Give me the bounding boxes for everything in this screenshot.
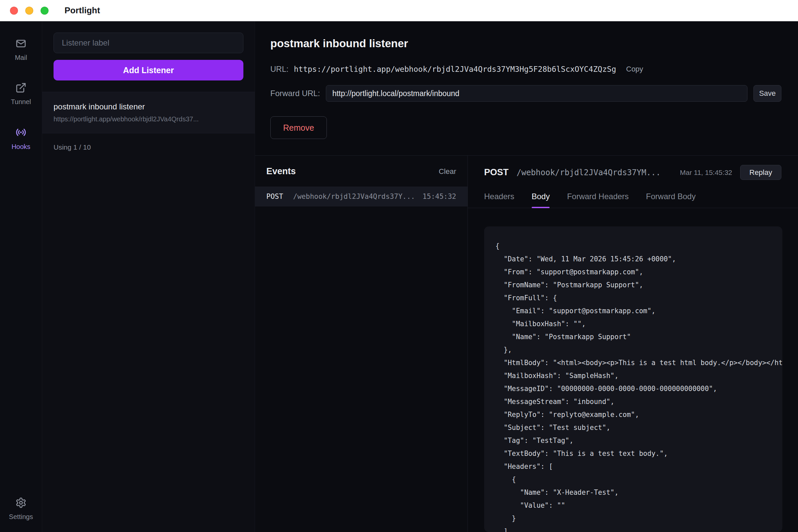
nav-item-hooks[interactable]: Hooks — [12, 126, 31, 151]
event-detail-header: POST /webhook/rbjdl2JVa4Qrds37YM... Mar … — [468, 156, 798, 180]
event-detail-method: POST — [484, 167, 509, 177]
tab-body[interactable]: Body — [532, 192, 550, 208]
event-time: 15:45:32 — [423, 192, 456, 201]
traffic-lights — [10, 7, 49, 15]
forward-url-input[interactable] — [326, 85, 747, 102]
listener-list-item[interactable]: postmark inbound listener https://portli… — [42, 92, 255, 133]
listener-detail: postmark inbound listener URL: https://p… — [255, 21, 798, 155]
main-panel: postmark inbound listener URL: https://p… — [255, 21, 798, 532]
nav-label-tunnel: Tunnel — [11, 98, 31, 106]
mail-icon — [15, 38, 26, 51]
listeners-sidebar: Add Listener postmark inbound listener h… — [42, 21, 255, 532]
replay-button[interactable]: Replay — [740, 165, 781, 180]
event-detail-path: /webhook/rbjdl2JVa4Qrds37YM... — [517, 168, 672, 177]
nav-label-mail: Mail — [15, 54, 27, 61]
hooks-icon — [15, 126, 27, 140]
listener-name: postmark inbound listener — [54, 102, 243, 111]
nav-item-tunnel[interactable]: Tunnel — [11, 82, 31, 106]
minimize-window-button[interactable] — [25, 7, 33, 15]
body-json-card: { "Date": "Wed, 11 Mar 2026 15:45:26 +00… — [484, 226, 782, 532]
listener-detail-title: postmark inbound listener — [270, 37, 798, 50]
event-method: POST — [266, 192, 283, 201]
event-path: /webhook/rbjdl2JVa4Qrds37Y... — [293, 192, 416, 201]
nav-label-settings: Settings — [9, 513, 33, 521]
listener-label-input[interactable] — [54, 33, 243, 53]
add-listener-button[interactable]: Add Listener — [54, 60, 243, 80]
app-title: Portlight — [64, 5, 100, 16]
tab-forward-body[interactable]: Forward Body — [646, 192, 696, 208]
save-button[interactable]: Save — [754, 85, 781, 102]
copy-url-button[interactable]: Copy — [626, 65, 643, 74]
event-detail-timestamp: Mar 11, 15:45:32 — [680, 169, 732, 176]
nav-label-hooks: Hooks — [12, 143, 31, 151]
remove-listener-button[interactable]: Remove — [270, 116, 327, 139]
nav-item-mail[interactable]: Mail — [15, 38, 27, 61]
webhook-url-row: URL: https://portlight.app/webhook/rbjdl… — [270, 64, 798, 74]
forward-url-label: Forward URL: — [270, 89, 320, 98]
events-title: Events — [266, 166, 296, 176]
event-detail-panel: POST /webhook/rbjdl2JVa4Qrds37YM... Mar … — [468, 156, 798, 532]
bottom-split: Events Clear POST /webhook/rbjdl2JVa4Qrd… — [255, 155, 798, 532]
zoom-window-button[interactable] — [41, 7, 49, 15]
listener-url: https://portlight.app/webhook/rbjdl2JVa4… — [54, 115, 243, 123]
tab-headers[interactable]: Headers — [484, 192, 514, 208]
nav-item-settings[interactable]: Settings — [9, 497, 33, 521]
webhook-url: https://portlight.app/webhook/rbjdl2JVa4… — [294, 65, 616, 74]
nav-rail: Mail Tunnel Hooks Settings — [0, 21, 42, 532]
body-json-content: { "Date": "Wed, 11 Mar 2026 15:45:26 +00… — [495, 240, 771, 532]
gear-icon — [15, 497, 26, 510]
tunnel-icon — [15, 82, 26, 95]
title-bar: Portlight — [0, 0, 798, 21]
event-row[interactable]: POST /webhook/rbjdl2JVa4Qrds37Y... 15:45… — [255, 187, 468, 207]
tab-forward-headers[interactable]: Forward Headers — [567, 192, 628, 208]
close-window-button[interactable] — [10, 7, 18, 15]
events-header: Events Clear — [255, 156, 468, 187]
app-body: Mail Tunnel Hooks Settings Add Listener — [0, 21, 798, 532]
events-panel: Events Clear POST /webhook/rbjdl2JVa4Qrd… — [255, 156, 468, 532]
listener-form: Add Listener — [42, 21, 255, 92]
usage-counter: Using 1 / 10 — [42, 133, 255, 161]
forward-url-row: Forward URL: Save — [270, 85, 798, 102]
url-label: URL: — [270, 64, 289, 74]
event-detail-tabs: Headers Body Forward Headers Forward Bod… — [468, 180, 798, 208]
clear-events-button[interactable]: Clear — [439, 167, 456, 176]
